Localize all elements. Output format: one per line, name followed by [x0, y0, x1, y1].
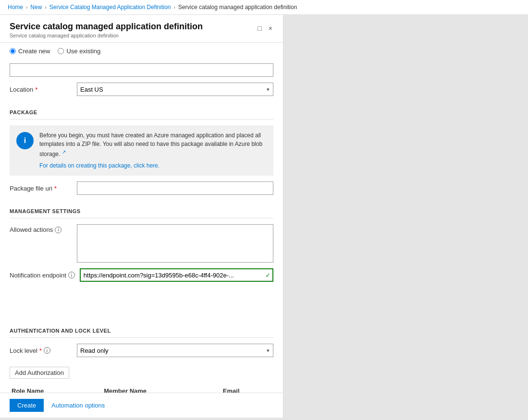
location-select[interactable]: East US West US West US 2 East US 2: [77, 83, 273, 96]
notification-endpoint-input[interactable]: https://endpoint.com?sig=13d9595b-e68c-4…: [80, 268, 273, 282]
name-input[interactable]: [10, 63, 273, 77]
breadcrumb-sep-3: ›: [174, 5, 175, 10]
panel-header-text: Service catalog managed application defi…: [10, 22, 203, 38]
package-uri-input[interactable]: [77, 181, 273, 195]
allowed-actions-row: Allowed actions i: [10, 224, 273, 263]
package-uri-label: Package file uri *: [10, 185, 72, 192]
table-header: Role Name Member Name Email: [10, 384, 273, 393]
use-existing-label: Use existing: [66, 48, 100, 55]
breadcrumb-current: Service catalog managed application defi…: [178, 4, 297, 11]
management-section-header: MANAGEMENT SETTINGS: [10, 201, 273, 218]
notification-section: Notification endpoint i https://endpoint…: [10, 268, 273, 282]
location-row: Location * East US West US West US 2 Eas…: [10, 83, 273, 96]
form-panel: Service catalog managed application defi…: [0, 15, 283, 418]
info-icon: i: [16, 132, 34, 149]
package-uri-required: *: [54, 185, 57, 192]
col-role-name: Role Name: [10, 384, 102, 393]
panel-header-icons: □ ×: [257, 24, 273, 33]
notification-endpoint-wrapper: https://endpoint.com?sig=13d9595b-e68c-4…: [80, 268, 273, 282]
create-button[interactable]: Create: [10, 399, 44, 412]
auth-section-header: AUTHENTICATION AND LOCK LEVEL: [10, 320, 273, 338]
package-details-link[interactable]: For details on creating this package, cl…: [39, 162, 160, 169]
minimize-button[interactable]: □: [257, 24, 262, 33]
create-new-label: Create new: [18, 48, 50, 55]
location-select-wrapper: East US West US West US 2 East US 2: [77, 83, 273, 96]
lock-level-required: *: [39, 347, 42, 354]
package-uri-row: Package file uri *: [10, 181, 273, 195]
create-new-radio-label[interactable]: Create new: [10, 48, 50, 55]
col-member-name: Member Name: [102, 384, 221, 393]
panel-footer: Create Automation options: [0, 393, 283, 418]
panel-subtitle: Service catalog managed application defi…: [10, 33, 203, 38]
lock-level-select[interactable]: None Read only Can Not Delete: [77, 344, 273, 357]
package-section-header: PACKAGE: [10, 102, 273, 120]
location-required: *: [35, 86, 37, 93]
breadcrumb-new[interactable]: New: [30, 4, 42, 11]
breadcrumb-sep-1: ›: [26, 5, 27, 10]
validation-check-icon: ✓: [265, 272, 270, 279]
automation-options-link[interactable]: Automation options: [51, 402, 105, 409]
allowed-actions-tooltip-icon[interactable]: i: [55, 227, 61, 233]
lock-level-select-wrapper: None Read only Can Not Delete: [77, 344, 273, 357]
info-box: i Before you begin, you must have create…: [10, 125, 273, 176]
notification-endpoint-label: Notification endpoint i: [10, 272, 75, 279]
add-authorization-button[interactable]: Add Authorization: [10, 367, 69, 379]
create-mode-group: Create new Use existing: [10, 43, 273, 58]
location-label: Location *: [10, 86, 72, 93]
info-text: Before you begin, you must have created …: [39, 131, 267, 170]
notification-tooltip-icon[interactable]: i: [68, 272, 75, 278]
col-email: Email: [221, 384, 273, 393]
breadcrumb: Home › New › Service Catalog Managed App…: [0, 0, 528, 15]
name-row: [10, 63, 273, 77]
use-existing-radio-label[interactable]: Use existing: [58, 48, 100, 55]
allowed-actions-textarea[interactable]: [77, 224, 273, 263]
panel-title: Service catalog managed application defi…: [10, 22, 203, 32]
notification-endpoint-row: Notification endpoint i https://endpoint…: [10, 268, 273, 282]
main-layout: Service catalog managed application defi…: [0, 15, 528, 418]
right-panel: [283, 15, 528, 418]
breadcrumb-catalog[interactable]: Service Catalog Managed Application Defi…: [49, 4, 171, 11]
authorization-table: Role Name Member Name Email No Data: [10, 384, 273, 393]
lock-level-label: Lock level * i: [10, 347, 72, 354]
use-existing-radio[interactable]: [58, 48, 64, 54]
lock-level-tooltip-icon[interactable]: i: [44, 347, 50, 354]
panel-header: Service catalog managed application defi…: [0, 15, 283, 43]
external-link-icon: ↗: [62, 149, 66, 155]
breadcrumb-home[interactable]: Home: [8, 4, 23, 11]
panel-content: Create new Use existing Location *: [0, 43, 283, 393]
close-button[interactable]: ×: [268, 24, 273, 33]
breadcrumb-sep-2: ›: [45, 5, 46, 10]
lock-level-row: Lock level * i None Read only Can Not De…: [10, 344, 273, 357]
create-new-radio[interactable]: [10, 48, 16, 54]
allowed-actions-label: Allowed actions i: [10, 224, 72, 233]
